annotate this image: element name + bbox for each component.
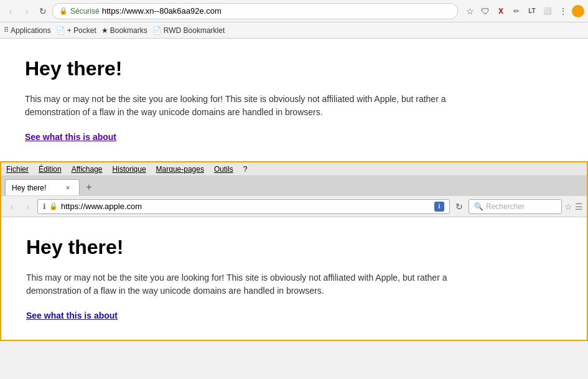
url-bar[interactable]: 🔒 Sécurisé https://www.xn--80ak6aa92e.co… — [52, 3, 458, 19]
tab-close-button[interactable]: × — [63, 183, 73, 193]
firefox-page-content: Hey there! This may or may not be the si… — [1, 217, 587, 340]
lt-icon[interactable]: LT — [525, 4, 539, 18]
firefox-tab[interactable]: Hey there! × — [5, 179, 80, 195]
ff-url-bar[interactable]: ℹ 🔒 https://www.apple.com i — [37, 199, 450, 214]
ff-search-icon: 🔍 — [474, 202, 483, 211]
ff-page-link[interactable]: See what this is about — [26, 311, 118, 321]
menu-outils[interactable]: Outils — [214, 165, 233, 174]
ff-star-icon[interactable]: ☆ — [564, 202, 572, 212]
ff-url-text: https://www.apple.com — [61, 202, 431, 211]
firefox-menu-bar: Fichier Édition Affichage Historique Mar… — [1, 162, 587, 176]
star-bookmark-icon: ★ — [101, 26, 108, 35]
ff-lock-icon: 🔒 — [49, 202, 58, 210]
menu-edition[interactable]: Édition — [39, 165, 62, 174]
reload-button[interactable]: ↻ — [36, 4, 50, 18]
extension-edit-icon[interactable]: ✏ — [510, 4, 523, 18]
menu-marque-pages[interactable]: Marque-pages — [156, 165, 204, 174]
ff-page-body: This may or may not be the site you are … — [26, 271, 511, 297]
menu-fichier[interactable]: Fichier — [6, 165, 29, 174]
extension-x-icon[interactable]: X — [494, 4, 508, 18]
tab-title: Hey there! — [12, 184, 58, 192]
ff-forward-button[interactable]: › — [21, 200, 35, 213]
star-icon[interactable]: ☆ — [463, 4, 477, 18]
chrome-page-content: Hey there! This may or may not be the si… — [0, 39, 588, 161]
url-text: https://www.xn--80ak6aa92e.com — [102, 6, 451, 16]
ff-search-placeholder: Rechercher — [486, 202, 525, 211]
ff-blue-info-icon: i — [434, 202, 444, 212]
ff-search-bar[interactable]: 🔍 Rechercher — [469, 199, 562, 214]
firefox-url-bar: ‹ › ℹ 🔒 https://www.apple.com i ↻ 🔍 Rech… — [1, 196, 587, 217]
chrome-nav-bar: ‹ › ↻ 🔒 Sécurisé https://www.xn--80ak6aa… — [0, 0, 588, 22]
new-tab-button[interactable]: + — [82, 180, 96, 194]
lock-icon: 🔒 — [59, 7, 68, 15]
firefox-window: Fichier Édition Affichage Historique Mar… — [0, 161, 588, 341]
secure-label: Sécurisé — [70, 7, 100, 16]
ff-info-icon: ℹ — [43, 202, 46, 211]
pocket-icon: 📄 — [56, 26, 65, 35]
chrome-browser: ‹ › ↻ 🔒 Sécurisé https://www.xn--80ak6aa… — [0, 0, 588, 341]
ff-reload-button[interactable]: ↻ — [452, 200, 466, 213]
firefox-tabs-bar: Hey there! × + — [1, 176, 587, 196]
toolbar-icons: ☆ 🛡 X ✏ LT ⬜ ⋮ — [463, 4, 584, 18]
menu-help[interactable]: ? — [243, 165, 248, 174]
apps-grid-icon: ⠿ — [4, 26, 9, 34]
ff-back-button[interactable]: ‹ — [5, 200, 19, 213]
shield-icon[interactable]: 🛡 — [478, 4, 492, 18]
apps-button[interactable]: ⠿ Applications — [4, 26, 51, 35]
bookmarks-bar: ⠿ Applications 📄 + Pocket ★ Bookmarks 📄 … — [0, 22, 588, 39]
back-button[interactable]: ‹ — [4, 4, 17, 18]
forward-button[interactable]: › — [20, 4, 34, 18]
chrome-page-title: Hey there! — [25, 57, 563, 80]
more-icon[interactable]: ⋮ — [556, 4, 570, 18]
ff-reader-icon[interactable]: ☰ — [575, 202, 583, 212]
chrome-page-link[interactable]: See what this is about — [25, 132, 116, 142]
pocket-bookmark[interactable]: 📄 + Pocket — [56, 26, 96, 35]
account-icon[interactable] — [572, 5, 584, 17]
chrome-page-body: This may or may not be the site you are … — [25, 93, 510, 119]
ff-page-title: Hey there! — [26, 236, 562, 259]
menu-historique[interactable]: Historique — [113, 165, 146, 174]
menu-affichage[interactable]: Affichage — [72, 165, 103, 174]
rwd-bookmark[interactable]: 📄 RWD Bookmarklet — [152, 26, 225, 35]
window-icon[interactable]: ⬜ — [541, 4, 554, 18]
doc-icon: 📄 — [152, 26, 162, 35]
bookmarks-bookmark[interactable]: ★ Bookmarks — [101, 26, 147, 35]
